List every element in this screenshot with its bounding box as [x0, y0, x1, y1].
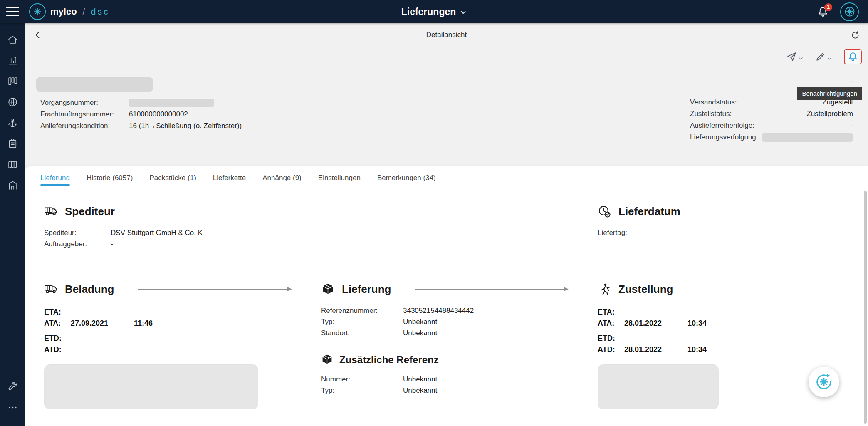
section-divider — [25, 263, 868, 263]
tab-label: Lieferung — [40, 174, 70, 182]
brand-name: myleo — [50, 6, 77, 17]
back-icon — [33, 30, 43, 40]
tab-anhaenge[interactable]: Anhänge (9) — [262, 166, 302, 190]
milestones-row: Beladung ETA: ATA: 27.09.2021 11:46 — [44, 282, 851, 409]
topbar: myleo / dsc Lieferungen 1 — [0, 0, 868, 23]
section-header: Lieferung — [321, 282, 598, 296]
tab-einstellungen[interactable]: Einstellungen — [318, 166, 361, 190]
user-avatar-icon — [844, 6, 856, 17]
section-fields: Spediteur: DSV Stuttgart GmbH & Co. K Au… — [44, 227, 598, 250]
tasks-icon — [7, 139, 18, 149]
chevron-down-icon — [460, 9, 467, 16]
field-label: Standort: — [321, 329, 403, 337]
redacted-map-placeholder — [44, 364, 258, 409]
section-header: Lieferdatum — [598, 205, 851, 218]
field-value: Unbekannt — [403, 329, 437, 337]
tab-packstuecke[interactable]: Packstücke (1) — [149, 166, 196, 190]
page-title: Detailansicht — [426, 31, 467, 39]
field-row: Typ: Unbekannt — [321, 316, 598, 327]
user-avatar[interactable] — [840, 2, 859, 21]
package-icon — [321, 282, 335, 296]
topbar-notifications-button[interactable]: 1 — [817, 6, 828, 17]
section-header: Spediteur — [44, 205, 598, 218]
field-row: ETA: — [598, 307, 851, 318]
section-title: Beladung — [65, 283, 114, 296]
sidebar-item-tasks[interactable] — [0, 133, 25, 154]
sidebar-item-settings[interactable] — [0, 376, 25, 397]
field-label: Typ: — [321, 318, 403, 326]
vertical-scrollbar[interactable] — [864, 191, 867, 424]
field-label: ATD: — [44, 345, 71, 354]
section-lieferdatum: Lieferdatum Liefertag: — [598, 205, 851, 250]
notifications-icon — [848, 52, 858, 62]
tooltip: Benachrichtigungen — [797, 87, 862, 100]
field-time: 11:46 — [134, 319, 153, 328]
tab-lieferung[interactable]: Lieferung — [40, 166, 70, 190]
field-value: - — [851, 121, 853, 130]
sidebar-item-warehouse[interactable] — [0, 175, 25, 196]
tab-bar: Lieferung Historie (6057) Packstücke (1)… — [25, 166, 868, 190]
field-value: Zustellproblem — [807, 110, 853, 118]
section-fields: Referenznummer: 343052154488434442 Typ: … — [321, 305, 598, 339]
field-value: - — [690, 77, 853, 87]
field-time: 10:34 — [687, 345, 707, 354]
field-row: Liefertag: — [598, 227, 851, 238]
sidebar-item-global[interactable] — [0, 92, 25, 112]
sidebar-item-ports[interactable] — [0, 112, 25, 133]
notification-badge: 1 — [824, 3, 832, 11]
notifications-toggle-button[interactable] — [844, 49, 862, 64]
redacted-value — [129, 99, 214, 107]
analytics-icon — [7, 55, 18, 66]
section-header: Beladung — [44, 282, 321, 296]
refresh-button[interactable] — [851, 30, 860, 40]
sidebar-item-analytics[interactable] — [0, 50, 25, 71]
tab-lieferkette[interactable]: Lieferkette — [213, 166, 246, 190]
field-label: ETA: — [44, 308, 71, 317]
tab-label: Historie (6057) — [87, 174, 133, 182]
field-label: Auftraggeber: — [44, 240, 111, 248]
field-row: ATA: 28.01.2022 10:34 — [598, 318, 851, 329]
field-row: ATD: 28.01.2022 10:34 — [598, 344, 851, 355]
field-row: Auftraggeber: - — [44, 238, 598, 250]
sidebar — [0, 23, 25, 426]
globe-icon — [7, 97, 18, 107]
field-row: Typ: Unbekannt — [321, 385, 598, 396]
sidebar-item-home[interactable] — [0, 29, 25, 50]
sidebar-item-board[interactable] — [0, 71, 25, 92]
truck-icon — [44, 282, 58, 296]
menu-icon[interactable] — [6, 7, 19, 17]
back-button[interactable] — [33, 30, 43, 40]
tab-bemerkungen[interactable]: Bemerkungen (34) — [377, 166, 436, 190]
brand-logo[interactable]: myleo / dsc — [29, 3, 109, 20]
courier-icon — [598, 282, 611, 296]
field-row: ATD: — [44, 344, 321, 355]
edit-button[interactable] — [815, 52, 832, 62]
field-time: 10:34 — [687, 319, 707, 328]
field-label: Liefertag: — [598, 229, 664, 237]
brand-sub: dsc — [91, 7, 110, 17]
field-label: Auslieferreihenfolge: — [690, 121, 754, 130]
home-icon — [7, 35, 18, 45]
field-label: Anlieferungskondition: — [40, 122, 129, 130]
field-label: ETD: — [44, 334, 71, 343]
brand-separator: / — [83, 6, 85, 17]
tab-label: Einstellungen — [318, 174, 361, 182]
section-fields: ETA: ATA: 28.01.2022 10:34 ETD: — [598, 307, 851, 355]
detail-toolbar: Benachrichtigungen — [25, 47, 868, 67]
field-value: 16 (1h→Schließung (o. Zeitfenster)) — [129, 122, 242, 130]
field-row: Spediteur: DSV Stuttgart GmbH & Co. K — [44, 227, 598, 238]
module-switcher[interactable]: Lieferungen — [401, 6, 467, 17]
redacted-map-placeholder — [598, 364, 719, 409]
subheader: Detailansicht — [25, 23, 868, 47]
send-button[interactable] — [786, 52, 804, 62]
sidebar-item-more[interactable] — [0, 397, 25, 418]
section-header: Zusätzliche Referenz — [321, 354, 598, 366]
assistant-fab[interactable] — [809, 367, 839, 397]
carrier-and-date-row: Spediteur Spediteur: DSV Stuttgart GmbH … — [44, 205, 851, 250]
section-lieferung: Lieferung Referenznummer: 34305215448843… — [321, 282, 598, 409]
content-area: Detailansicht Benachrichtigungen Vorgang… — [25, 23, 868, 426]
section-header: Zustellung — [598, 282, 851, 296]
tab-historie[interactable]: Historie (6057) — [87, 166, 133, 190]
sidebar-item-map[interactable] — [0, 154, 25, 175]
section-title: Lieferdatum — [618, 205, 680, 218]
